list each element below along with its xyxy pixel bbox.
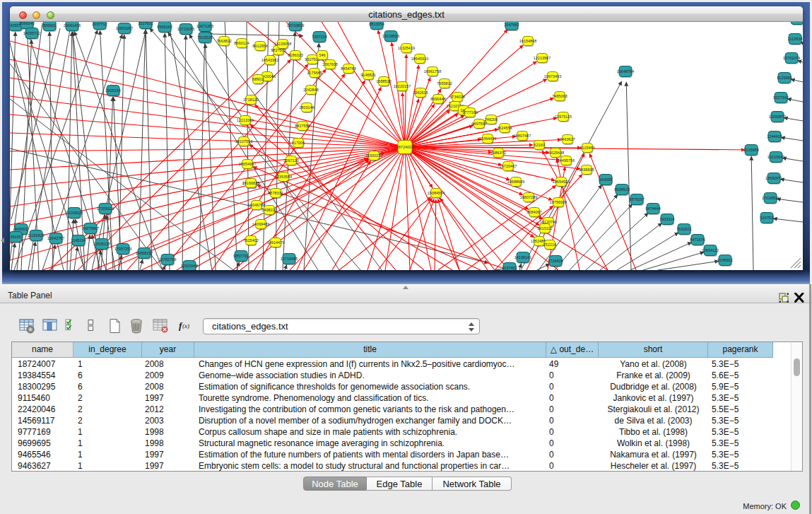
svg-text:16961758: 16961758 (424, 69, 441, 74)
svg-text:19756928: 19756928 (550, 200, 567, 204)
svg-text:1145194: 1145194 (71, 238, 86, 243)
svg-text:9463627: 9463627 (560, 137, 575, 141)
svg-text:1527602: 1527602 (138, 22, 153, 25)
svg-text:16782759: 16782759 (159, 257, 176, 262)
svg-text:116753: 116753 (760, 216, 773, 220)
svg-text:3267130: 3267130 (283, 158, 298, 163)
svg-text:546: 546 (319, 53, 325, 57)
svg-text:8938923: 8938923 (614, 187, 629, 192)
svg-text:9699695: 9699695 (579, 168, 594, 172)
svg-text:1588520: 1588520 (376, 79, 391, 83)
svg-text:1037451: 1037451 (502, 266, 517, 270)
svg-text:19166825: 19166825 (242, 181, 259, 185)
svg-text:20364436: 20364436 (479, 136, 496, 141)
svg-text:1362615: 1362615 (413, 90, 428, 95)
svg-text:14914479: 14914479 (267, 240, 284, 245)
svg-text:62160: 62160 (534, 143, 544, 147)
svg-text:5578332: 5578332 (268, 191, 283, 195)
svg-text:7955812: 7955812 (437, 81, 452, 86)
svg-text:8660124: 8660124 (234, 41, 249, 45)
svg-text:8990448: 8990448 (430, 97, 445, 101)
svg-text:10807487: 10807487 (514, 134, 531, 138)
svg-text:12213967: 12213967 (534, 56, 551, 60)
svg-text:20691406: 20691406 (64, 23, 81, 28)
svg-text:39975867: 39975867 (82, 226, 99, 230)
svg-text:9129966: 9129966 (777, 76, 792, 80)
svg-text:7986372: 7986372 (490, 151, 505, 155)
svg-text:14099489: 14099489 (252, 222, 269, 226)
svg-text:18724007: 18724007 (396, 145, 413, 149)
svg-text:18640910: 18640910 (411, 57, 428, 61)
svg-text:10719155: 10719155 (177, 27, 194, 31)
svg-text:19384554: 19384554 (428, 191, 445, 195)
svg-text:20206528: 20206528 (66, 211, 83, 215)
svg-text:1112834: 1112834 (788, 37, 803, 41)
svg-text:14136141: 14136141 (514, 255, 531, 259)
svg-text:2047682: 2047682 (504, 23, 519, 27)
svg-text:8471676: 8471676 (690, 238, 705, 242)
svg-text:10653267: 10653267 (116, 26, 133, 30)
svg-text:13226058: 13226058 (274, 42, 291, 46)
svg-text:6966160: 6966160 (157, 25, 172, 29)
svg-text:6497568: 6497568 (471, 122, 486, 126)
svg-text:11325419: 11325419 (398, 46, 415, 50)
svg-text:18807289: 18807289 (520, 195, 537, 199)
svg-text:2069140: 2069140 (19, 22, 34, 25)
svg-text:2367608: 2367608 (322, 62, 337, 66)
svg-text:12353594: 12353594 (275, 175, 292, 179)
svg-text:12942757: 12942757 (47, 236, 64, 240)
svg-text:16154808: 16154808 (519, 39, 536, 43)
svg-text:1615112: 1615112 (537, 226, 552, 230)
svg-text:2803144: 2803144 (299, 105, 314, 110)
svg-text:8912954: 8912954 (252, 44, 267, 48)
svg-text:17359924: 17359924 (97, 206, 114, 211)
svg-text:3175685: 3175685 (307, 71, 322, 75)
svg-text:10671355: 10671355 (196, 24, 213, 28)
svg-text:9857791: 9857791 (233, 254, 248, 258)
svg-text:16648784: 16648784 (617, 69, 634, 74)
svg-text:1498222: 1498222 (261, 208, 276, 212)
svg-text:19218506: 19218506 (382, 34, 399, 38)
svg-text:2933114: 2933114 (659, 217, 674, 221)
svg-text:17957253: 17957253 (114, 247, 131, 251)
svg-text:6879197: 6879197 (629, 197, 644, 201)
svg-text:9474444: 9474444 (645, 206, 660, 211)
svg-text:7357224: 7357224 (312, 35, 326, 39)
svg-text:2037712: 2037712 (92, 22, 107, 26)
svg-text:8427552: 8427552 (295, 124, 310, 128)
svg-text:98901: 98901 (252, 77, 263, 81)
svg-text:18220157: 18220157 (394, 84, 411, 88)
svg-text:12505135: 12505135 (93, 242, 110, 246)
svg-text:2718120: 2718120 (243, 98, 258, 102)
svg-text:1244415: 1244415 (767, 134, 782, 139)
svg-text:15751074: 15751074 (783, 56, 800, 60)
svg-text:1733426: 1733426 (548, 259, 563, 263)
svg-text:3624554: 3624554 (497, 126, 512, 130)
svg-text:18107553: 18107553 (235, 139, 252, 144)
svg-text:(x): (x) (182, 322, 189, 329)
svg-text:164095: 164095 (599, 177, 612, 182)
svg-text:252214: 252214 (543, 243, 556, 247)
svg-text:7632621: 7632621 (676, 227, 691, 231)
svg-text:39155: 39155 (10, 235, 20, 239)
svg-text:16543382: 16543382 (261, 58, 278, 62)
svg-text:10025438: 10025438 (547, 151, 564, 155)
svg-text:12923448: 12923448 (181, 264, 198, 268)
svg-text:8186323: 8186323 (288, 53, 302, 57)
svg-text:2242848: 2242848 (303, 88, 318, 92)
svg-text:9245652: 9245652 (717, 258, 732, 262)
svg-text:7663822: 7663822 (216, 39, 231, 43)
svg-text:19654987: 19654987 (239, 162, 256, 166)
svg-text:12213369: 12213369 (237, 118, 254, 122)
svg-text:7485063: 7485063 (552, 94, 567, 98)
svg-text:9115460: 9115460 (579, 146, 594, 150)
svg-text:10973493: 10973493 (544, 74, 561, 78)
svg-text:16033809: 16033809 (287, 23, 304, 28)
svg-text:11156829: 11156829 (28, 233, 45, 238)
svg-text:10210643: 10210643 (767, 155, 784, 159)
svg-text:14495756: 14495756 (558, 158, 575, 163)
svg-text:10688609: 10688609 (507, 180, 524, 184)
svg-text:17016504: 17016504 (762, 196, 779, 200)
svg-text:13692971: 13692971 (765, 176, 782, 180)
svg-text:889901: 889901 (43, 23, 56, 28)
